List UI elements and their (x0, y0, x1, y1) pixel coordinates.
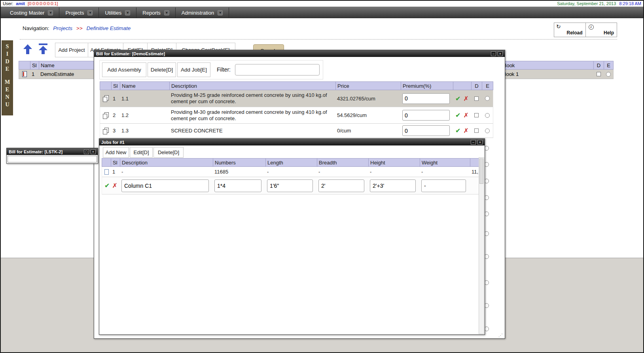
caret-down-icon: ▾ (125, 10, 130, 15)
scrollbar-thumb[interactable] (479, 159, 483, 184)
row-sl: 1 (30, 71, 39, 77)
header-e: E (604, 61, 613, 69)
menu-item-costing-master[interactable]: Costing Master ▾ (4, 8, 59, 18)
header-actions-col (453, 82, 471, 90)
row-premium-cell (401, 125, 453, 137)
table-row[interactable]: 3 1.3 SCREED CONCRETE 0/cum ✔ ✗ (100, 124, 493, 138)
datetime: Saturday, September 21, 2013 8:29:18 AM (557, 1, 641, 7)
jobs-edit-button[interactable]: Edit[D] (130, 147, 153, 158)
checkbox[interactable] (474, 113, 479, 117)
table-row[interactable]: 1 1.1 Providing M-25 grade reinforced ce… (100, 90, 493, 107)
bill-dialog-titlebar[interactable]: Bill for Estimate: [DemoEstimate] – × (94, 50, 505, 57)
row-d-cell (471, 128, 482, 134)
caret-down-icon: ▾ (48, 10, 53, 15)
add-project-button[interactable]: Add Project (55, 43, 88, 57)
filter-input[interactable] (235, 64, 320, 76)
header-sl: Sl (111, 159, 120, 166)
copy-icon[interactable] (103, 95, 109, 102)
document-icon (104, 169, 109, 175)
minimize-button[interactable]: – (491, 51, 496, 56)
row-sl: 2 (111, 111, 120, 119)
premium-input[interactable] (402, 125, 450, 136)
header-sl: Sl (30, 61, 39, 69)
copy-icon[interactable] (103, 128, 109, 134)
help-button[interactable]: i Help (585, 23, 617, 37)
radio-button[interactable] (485, 96, 490, 101)
height-input[interactable] (370, 179, 416, 192)
lstk-dialog: Bill for Estimate: [LSTK-2] □ × (6, 148, 98, 164)
jobs-delete-button[interactable]: Delete[D] (153, 147, 184, 158)
minimize-button[interactable]: – (471, 140, 476, 145)
premium-input[interactable] (402, 110, 450, 121)
lstk-content-box[interactable] (8, 156, 97, 162)
description-input[interactable] (121, 179, 209, 192)
cancel-icon[interactable]: ✗ (464, 111, 469, 119)
move-to-top-icon[interactable] (38, 43, 48, 57)
header-description: Description (169, 82, 335, 90)
jobs-dialog-titlebar[interactable]: Jobs for #1 – × (99, 139, 485, 145)
row-description: - (120, 168, 213, 176)
radio-button[interactable] (485, 113, 490, 118)
table-row[interactable]: 2 1.2 Providing M-30 grade reinforced ce… (100, 107, 493, 124)
row-name: 1.3 (120, 127, 169, 134)
close-button[interactable]: × (498, 51, 503, 56)
confirm-icon[interactable]: ✔ (455, 95, 460, 102)
side-menu-letter: N (2, 93, 13, 101)
add-new-button[interactable]: Add New (103, 147, 129, 158)
table-row[interactable]: 1 - 11685 - - - - 11, (102, 167, 479, 177)
cancel-icon[interactable]: ✗ (464, 127, 469, 134)
maximize-button[interactable]: □ (84, 149, 89, 154)
premium-input[interactable] (402, 93, 450, 104)
numbers-input[interactable] (214, 179, 261, 192)
checkbox[interactable] (474, 96, 479, 101)
weight-input[interactable] (421, 179, 466, 192)
caret-down-icon: ▾ (218, 10, 223, 15)
header-name: Name (120, 82, 169, 90)
header-costbook: CostBook (491, 61, 593, 69)
confirm-icon[interactable]: ✔ (455, 127, 460, 134)
close-button[interactable]: × (91, 149, 96, 154)
bill-delete-button[interactable]: Delete[D] (148, 62, 176, 77)
radio-button[interactable] (606, 72, 611, 77)
jobs-table: Sl Description Numbers Length Breadth He… (102, 158, 479, 194)
checkbox[interactable] (474, 128, 479, 133)
move-up-icon[interactable] (23, 43, 33, 57)
breadcrumb-separator: >> (76, 25, 83, 31)
close-button[interactable]: × (477, 140, 483, 145)
header-icon-col (100, 82, 111, 90)
confirm-icon[interactable]: ✔ (104, 182, 110, 189)
add-job-button[interactable]: Add Job[E] (177, 62, 210, 77)
header-breadth: Breadth (317, 159, 368, 166)
copy-icon[interactable] (103, 112, 109, 119)
confirm-icon[interactable]: ✔ (455, 111, 460, 119)
side-menu[interactable]: S I D E M E N U (2, 40, 13, 115)
cancel-icon[interactable]: ✗ (112, 182, 117, 189)
add-assembly-button[interactable]: Add Assembly (102, 62, 146, 77)
radio-button[interactable] (485, 128, 490, 133)
row-e-cell (482, 128, 493, 134)
side-menu-letter: D (2, 58, 13, 65)
menu-item-projects[interactable]: Projects ▾ (59, 8, 99, 18)
edit-description-cell (120, 179, 213, 193)
menu-item-administration[interactable]: Administration ▾ (176, 8, 229, 18)
row-costbook: CostBook 1 (491, 71, 593, 77)
row-name: 1.1 (120, 95, 169, 102)
menu-item-reports[interactable]: Reports ▾ (136, 8, 176, 18)
resize-grip[interactable]: ⋰ (498, 333, 503, 338)
breadth-input[interactable] (318, 179, 364, 192)
row-name: 1.2 (120, 111, 169, 119)
row-actions: ✔ ✗ (453, 94, 471, 103)
scrollbar[interactable] (479, 157, 484, 334)
row-description: Providing M-25 grade reinforced cement c… (169, 91, 335, 106)
username[interactable]: amit (16, 1, 25, 6)
breadcrumb-projects[interactable]: Projects (53, 25, 72, 31)
row-premium-cell (401, 109, 453, 121)
jobs-table-header: Sl Description Numbers Length Breadth He… (102, 158, 479, 167)
lstk-dialog-titlebar[interactable]: Bill for Estimate: [LSTK-2] □ × (7, 148, 98, 155)
side-menu-letter: E (2, 86, 13, 93)
reload-button[interactable]: ↻ Reload (554, 23, 585, 37)
checkbox[interactable] (597, 72, 601, 76)
length-input[interactable] (267, 179, 313, 192)
cancel-icon[interactable]: ✗ (464, 95, 469, 102)
menu-item-utilities[interactable]: Utilities ▾ (99, 8, 136, 18)
